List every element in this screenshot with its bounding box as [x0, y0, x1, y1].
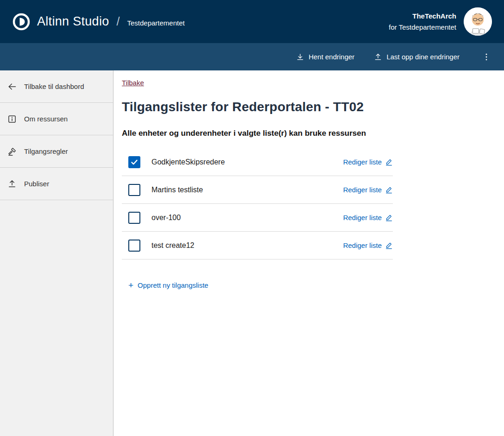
edit-list-link-label: Rediger liste — [343, 186, 382, 194]
fetch-changes-label: Hent endringer — [309, 53, 354, 61]
list-item-checkbox[interactable] — [128, 184, 140, 196]
app-name[interactable]: Altinn Studio — [37, 14, 109, 29]
list-item-label: test create12 — [151, 241, 195, 250]
back-link[interactable]: Tilbake — [122, 79, 144, 87]
sidebar-item-label: Publiser — [24, 180, 49, 188]
brand: Altinn Studio / Testdepartementet — [12, 13, 185, 31]
list-item: test create12 Rediger liste — [122, 232, 393, 259]
list-item: GodkjenteSkipsredere Rediger liste — [122, 148, 393, 176]
altinn-studio-logo-icon[interactable] — [12, 13, 31, 31]
sidebar-item-access-rules[interactable]: Tilgangsregler — [0, 135, 113, 168]
sidebar-item-publish[interactable]: Publiser — [0, 168, 113, 200]
overflow-menu-button[interactable] — [480, 51, 493, 63]
edit-list-link[interactable]: Rediger liste — [343, 186, 393, 194]
create-access-list-label: Opprett ny tilgangsliste — [138, 281, 208, 289]
arrow-left-icon — [7, 82, 17, 91]
user-area: TheTechArch for Testdepartementet — [389, 7, 492, 36]
edit-list-link[interactable]: Rediger liste — [343, 241, 393, 249]
main-content: Tilbake Tilgangslister for Rederportalen… — [113, 70, 504, 436]
list-item-label: over-100 — [151, 214, 181, 222]
page-title: Tilgangslister for Rederportalen - TT02 — [122, 100, 504, 114]
sidebar: Tilbake til dashbord Om ressursen — [0, 70, 113, 436]
list-item-checkbox[interactable] — [128, 240, 140, 252]
list-item: Martins testliste Rediger liste — [122, 176, 393, 204]
edit-list-link-label: Rediger liste — [343, 158, 382, 166]
fetch-changes-button[interactable]: Hent endringer — [294, 50, 356, 64]
breadcrumb-separator: / — [117, 15, 120, 28]
edit-list-link-label: Rediger liste — [343, 241, 382, 249]
user-avatar[interactable] — [464, 7, 492, 36]
upload-icon — [374, 53, 382, 61]
sidebar-item-back-to-dashboard[interactable]: Tilbake til dashbord — [0, 70, 113, 103]
sidebar-item-label: Tilgangsregler — [24, 147, 68, 155]
org-name: Testdepartementet — [127, 19, 184, 27]
version-control-toolbar: Hent endringer Last opp dine endringer — [0, 43, 504, 70]
edit-list-link-label: Rediger liste — [343, 214, 382, 221]
sidebar-item-label: Om ressursen — [24, 115, 68, 123]
page-subtitle: Alle enheter og underenheter i valgte li… — [122, 129, 504, 138]
upload-icon — [7, 179, 17, 189]
list-item-label: GodkjenteSkipsredere — [151, 158, 225, 166]
list-item-checkbox[interactable] — [128, 212, 140, 224]
list-item: over-100 Rediger liste — [122, 204, 393, 232]
app-root: Altinn Studio / Testdepartementet TheTec… — [0, 0, 504, 436]
plus-icon: + — [128, 281, 133, 290]
access-list: GodkjenteSkipsredere Rediger liste — [122, 148, 393, 259]
edit-pencil-icon — [385, 241, 393, 249]
gavel-icon — [7, 147, 17, 156]
kebab-menu-icon — [482, 52, 491, 62]
edit-list-link[interactable]: Rediger liste — [343, 158, 393, 166]
list-item-checkbox[interactable] — [128, 156, 140, 168]
edit-pencil-icon — [385, 186, 393, 194]
upload-changes-button[interactable]: Last opp dine endringer — [372, 50, 461, 64]
top-header: Altinn Studio / Testdepartementet TheTec… — [0, 0, 504, 43]
sidebar-item-label: Tilbake til dashbord — [24, 82, 84, 90]
user-context: for Testdepartementet — [389, 22, 456, 32]
list-item-label: Martins testliste — [151, 186, 203, 194]
sidebar-item-about-resource[interactable]: Om ressursen — [0, 103, 113, 135]
edit-list-link[interactable]: Rediger liste — [343, 214, 393, 221]
page-body: Tilbake til dashbord Om ressursen — [0, 70, 504, 436]
create-access-list-link[interactable]: + Opprett ny tilgangsliste — [128, 281, 208, 290]
user-text: TheTechArch for Testdepartementet — [389, 11, 456, 32]
info-icon — [7, 114, 17, 124]
upload-changes-label: Last opp dine endringer — [386, 53, 460, 61]
edit-pencil-icon — [385, 158, 393, 166]
edit-pencil-icon — [385, 214, 393, 221]
user-name: TheTechArch — [389, 11, 456, 21]
download-icon — [296, 53, 304, 61]
